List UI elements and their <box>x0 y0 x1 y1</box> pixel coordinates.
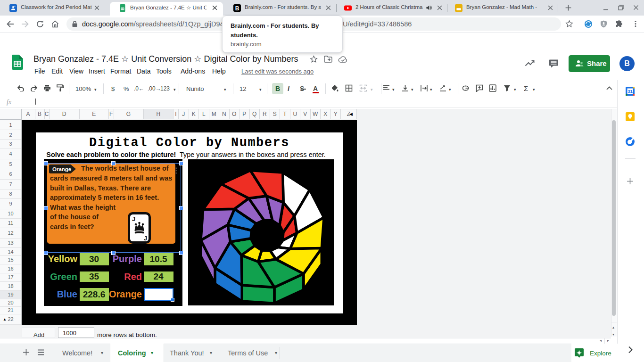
svg-text:B: B <box>235 5 239 12</box>
svg-text:31: 31 <box>627 89 633 94</box>
